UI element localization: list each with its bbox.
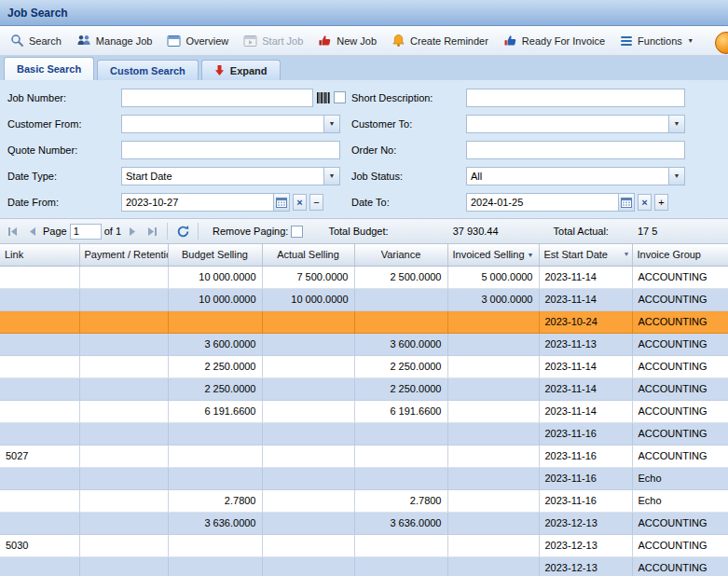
cell-payment[interactable] [79, 310, 168, 333]
cell-est[interactable]: 2023-12-13 [539, 512, 632, 534]
cell-link[interactable] [0, 512, 79, 534]
column-header-payment[interactable]: Payment / Retentio [79, 244, 168, 266]
cell-invoiced[interactable] [447, 422, 539, 445]
cell-link[interactable] [0, 489, 79, 512]
cell-actual[interactable] [262, 512, 354, 534]
cell-invoiced[interactable]: 3 000.0000 [447, 288, 539, 310]
cell-group[interactable]: Echo [632, 489, 728, 512]
cell-variance[interactable] [354, 445, 447, 467]
cell-invoiced[interactable] [447, 556, 539, 576]
cell-budget[interactable] [168, 310, 262, 333]
table-row[interactable]: 2023-11-16Echo [0, 467, 728, 489]
cell-payment[interactable] [79, 266, 168, 288]
cell-link[interactable] [0, 467, 79, 489]
table-row[interactable]: 50272023-11-16ACCOUNTING [0, 445, 728, 467]
cell-actual[interactable]: 7 500.0000 [262, 266, 354, 288]
cell-variance[interactable] [354, 556, 447, 576]
table-row[interactable]: 2 250.00002 250.00002023-11-14ACCOUNTING [0, 355, 728, 377]
cell-budget[interactable] [168, 534, 262, 556]
date-to-input[interactable]: 2024-01-25 [466, 193, 635, 212]
cell-payment[interactable] [79, 467, 168, 489]
cell-est[interactable]: 2023-10-24 [539, 310, 632, 333]
table-row[interactable]: 3 600.00003 600.00002023-11-13ACCOUNTING [0, 333, 728, 355]
cell-payment[interactable] [79, 355, 168, 377]
cell-invoiced[interactable] [447, 512, 539, 534]
table-row[interactable]: 3 636.00003 636.00002023-12-13ACCOUNTING [0, 512, 728, 534]
order-no-input[interactable] [466, 141, 685, 159]
cell-group[interactable]: ACCOUNTING [632, 422, 728, 445]
cell-group[interactable]: ACCOUNTING [632, 266, 728, 288]
cell-link[interactable] [0, 556, 79, 576]
cell-payment[interactable] [79, 489, 168, 512]
cell-est[interactable]: 2023-11-16 [539, 467, 632, 489]
page-input[interactable] [70, 224, 102, 240]
cell-group[interactable]: ACCOUNTING [632, 333, 728, 355]
cell-group[interactable]: ACCOUNTING [632, 400, 728, 422]
cell-payment[interactable] [79, 556, 168, 576]
column-header-group[interactable]: Invoice Group [632, 244, 728, 266]
clipped-corner-icon[interactable] [715, 32, 728, 54]
cell-link[interactable] [0, 310, 79, 333]
cell-invoiced[interactable] [447, 377, 539, 400]
cell-actual[interactable] [262, 445, 354, 467]
cell-est[interactable]: 2023-11-16 [539, 445, 632, 467]
cell-variance[interactable] [354, 467, 447, 489]
job-number-input[interactable] [121, 89, 313, 107]
date-from-input[interactable]: 2023-10-27 [121, 193, 290, 212]
cell-invoiced[interactable] [447, 400, 539, 422]
tab-basic-search[interactable]: Basic Search [4, 57, 94, 80]
cell-invoiced[interactable] [447, 489, 539, 512]
cell-variance[interactable]: 3 600.0000 [354, 333, 447, 355]
cell-est[interactable]: 2023-11-14 [539, 400, 632, 422]
cell-variance[interactable]: 6 191.6600 [354, 400, 447, 422]
cell-link[interactable] [0, 422, 79, 445]
cell-payment[interactable] [79, 534, 168, 556]
cell-payment[interactable] [79, 400, 168, 422]
calendar-icon[interactable] [618, 194, 634, 211]
cell-est[interactable]: 2023-11-14 [539, 288, 632, 310]
cell-budget[interactable]: 6 191.6600 [168, 400, 262, 422]
cell-variance[interactable]: 2 250.0000 [354, 355, 447, 377]
cell-link[interactable] [0, 355, 79, 377]
cell-est[interactable]: 2023-11-16 [539, 489, 632, 512]
cell-actual[interactable] [262, 310, 354, 333]
column-header-est[interactable]: Est Start Date▼ [539, 244, 632, 266]
table-row[interactable]: 10 000.000010 000.00003 000.00002023-11-… [0, 288, 728, 310]
cell-est[interactable]: 2023-12-13 [539, 534, 632, 556]
cell-variance[interactable] [354, 310, 447, 333]
cell-est[interactable]: 2023-11-14 [539, 266, 632, 288]
cell-group[interactable]: ACCOUNTING [632, 355, 728, 377]
cell-link[interactable] [0, 333, 79, 355]
cell-budget[interactable] [168, 556, 262, 576]
filter-dropdown-button[interactable]: ▼ [624, 251, 630, 257]
cell-invoiced[interactable] [447, 333, 539, 355]
table-row[interactable]: 2.78002.78002023-11-16Echo [0, 489, 728, 512]
prev-page-button[interactable] [23, 223, 40, 240]
cell-variance[interactable]: 2.7800 [354, 489, 447, 512]
cell-link[interactable] [0, 400, 79, 422]
cell-budget[interactable]: 10 000.0000 [168, 266, 262, 288]
cell-group[interactable]: ACCOUNTING [632, 288, 728, 310]
cell-actual[interactable] [262, 422, 354, 445]
column-header-link[interactable]: Link [0, 244, 79, 266]
cell-est[interactable]: 2023-11-14 [539, 355, 632, 377]
column-header-invoiced[interactable]: Invoiced Selling▼ [447, 244, 539, 266]
cell-variance[interactable] [354, 534, 447, 556]
column-header-variance[interactable]: Variance [354, 244, 447, 266]
cell-invoiced[interactable] [447, 534, 539, 556]
cell-link[interactable] [0, 288, 79, 310]
ready-for-invoice-button[interactable]: Ready For Invoice [497, 30, 611, 51]
cell-est[interactable]: 2023-11-16 [539, 422, 632, 445]
cell-group[interactable]: ACCOUNTING [632, 534, 728, 556]
cell-variance[interactable]: 2 500.0000 [354, 266, 447, 288]
cell-invoiced[interactable]: 5 000.0000 [447, 266, 539, 288]
cell-variance[interactable]: 2 250.0000 [354, 377, 447, 400]
cell-payment[interactable] [79, 512, 168, 534]
cell-budget[interactable]: 2 250.0000 [168, 355, 262, 377]
cell-budget[interactable] [168, 445, 262, 467]
cell-variance[interactable] [354, 288, 447, 310]
overview-button[interactable]: Overview [160, 31, 235, 51]
cell-invoiced[interactable] [447, 355, 539, 377]
remove-paging-checkbox[interactable] [291, 226, 303, 238]
customer-from-dropdown[interactable]: ▼ [121, 115, 340, 133]
